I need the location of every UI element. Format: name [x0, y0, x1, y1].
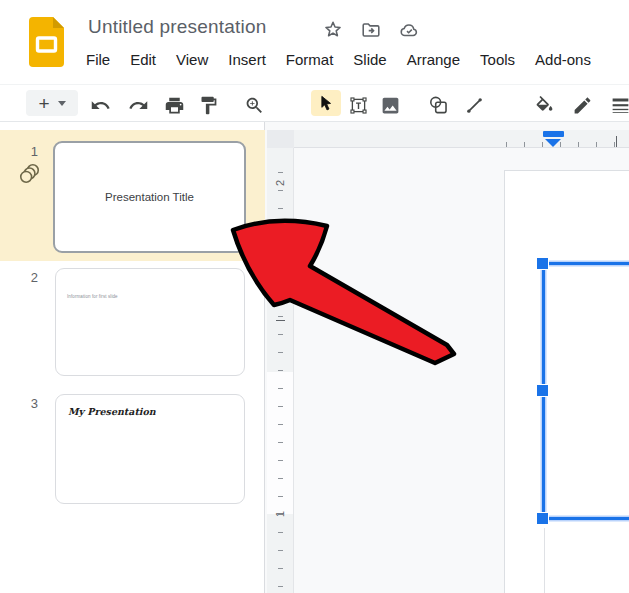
border-color-button[interactable] [572, 95, 593, 116]
selection-handle-top-left[interactable] [537, 258, 548, 269]
insert-image-button[interactable] [380, 95, 401, 116]
menu-bar: File Edit View Insert Format Slide Arran… [86, 51, 591, 68]
slide-1-title-text: Presentation Title [105, 191, 194, 203]
plus-icon: + [38, 94, 49, 113]
star-icon[interactable] [322, 19, 344, 41]
cursor-icon [316, 93, 336, 113]
insert-line-button[interactable] [464, 95, 485, 116]
menu-format[interactable]: Format [286, 51, 334, 68]
select-tool-button[interactable] [311, 90, 341, 116]
selection-handle-mid-left[interactable] [537, 385, 548, 396]
slide-thumbnail-2[interactable]: Information for first slide [55, 268, 245, 376]
vertical-ruler-label-2: 2 [274, 174, 286, 192]
ruler-corner [267, 130, 294, 148]
menu-view[interactable]: View [176, 51, 208, 68]
zoom-in-button[interactable] [244, 95, 265, 116]
ruler-indent-marker-triangle[interactable] [545, 139, 561, 147]
slide-2-body-text: Information for first slide [67, 294, 118, 299]
app-header: Untitled presentation File Edit View Ins… [0, 0, 629, 84]
selection-border-bottom[interactable] [542, 517, 629, 520]
menu-slide[interactable]: Slide [353, 51, 386, 68]
move-to-folder-icon[interactable] [360, 19, 382, 41]
red-arrow-annotation [224, 216, 464, 371]
placeholder-edge-line [544, 528, 545, 593]
menu-add-ons[interactable]: Add-ons [535, 51, 591, 68]
print-button[interactable] [164, 95, 185, 116]
presentation-title[interactable]: Untitled presentation [88, 16, 266, 38]
fill-color-button[interactable] [534, 95, 555, 116]
menu-file[interactable]: File [86, 51, 110, 68]
chevron-down-icon [58, 101, 66, 106]
menu-arrange[interactable]: Arrange [407, 51, 460, 68]
slide-thumbnail-3[interactable]: My Presentation [55, 394, 245, 504]
redo-button[interactable] [128, 95, 149, 116]
document-status-cloud-icon[interactable] [398, 19, 421, 41]
paint-format-button[interactable] [198, 95, 219, 116]
border-weight-button[interactable] [610, 95, 629, 116]
horizontal-ruler-major-tick [616, 136, 617, 147]
insert-shape-button[interactable] [428, 95, 449, 116]
slide-3-title-text: My Presentation [68, 406, 156, 417]
vertical-ruler-label-1: 1 [274, 505, 286, 523]
undo-button[interactable] [90, 95, 111, 116]
menu-tools[interactable]: Tools [480, 51, 515, 68]
slide-canvas-page[interactable] [504, 170, 629, 593]
toolbar: + [0, 84, 629, 122]
horizontal-ruler-ticks [506, 142, 629, 147]
slide-2-number: 2 [20, 270, 38, 285]
menu-edit[interactable]: Edit [130, 51, 156, 68]
slide-thumbnail-1[interactable]: Presentation Title [53, 141, 246, 253]
slide-1-number: 1 [20, 144, 38, 159]
new-slide-button[interactable]: + [26, 90, 78, 116]
slide-transition-icon[interactable] [17, 161, 42, 186]
ruler-indent-marker[interactable] [543, 131, 564, 137]
menu-insert[interactable]: Insert [228, 51, 266, 68]
selection-handle-bottom-left[interactable] [537, 513, 548, 524]
google-slides-logo-icon[interactable] [29, 17, 64, 67]
text-box-button[interactable] [348, 95, 369, 116]
selection-border-top[interactable] [542, 262, 629, 265]
slide-3-number: 3 [20, 396, 38, 411]
